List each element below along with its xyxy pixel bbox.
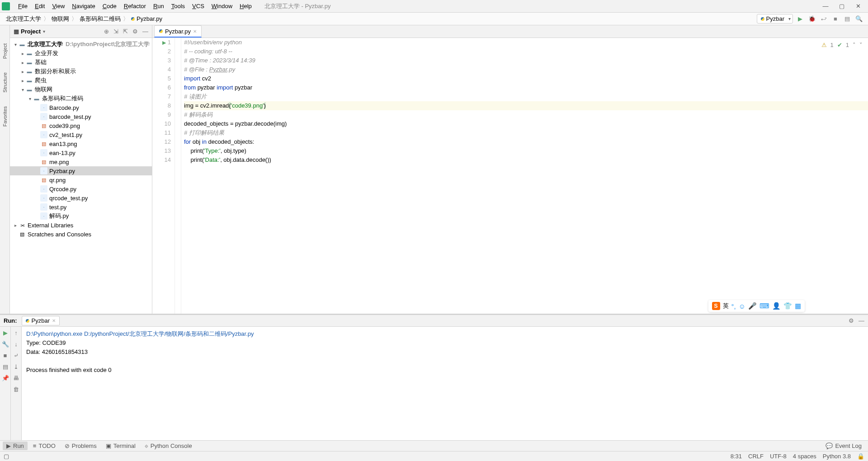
stop-icon[interactable]: ■ bbox=[831, 14, 840, 24]
tree-row[interactable]: ▸⫘External Libraries bbox=[10, 221, 152, 230]
tree-row[interactable]: ▾▬物联网 bbox=[10, 85, 152, 94]
tree-row[interactable]: ▧ean13.png bbox=[10, 139, 152, 148]
menu-view[interactable]: View bbox=[48, 3, 68, 9]
tree-row[interactable]: ·Pyzbar.py bbox=[10, 166, 152, 175]
code-line[interactable]: #!/user/bin/env python bbox=[184, 38, 868, 47]
caret-position[interactable]: 8:31 bbox=[731, 453, 742, 460]
menu-edit[interactable]: Edit bbox=[31, 3, 48, 9]
tree-row[interactable]: ·qrcode_test.py bbox=[10, 193, 152, 202]
hide-icon[interactable]: — bbox=[859, 317, 864, 324]
menu-window[interactable]: Window bbox=[208, 3, 236, 9]
chevron-down-icon[interactable]: ˅ bbox=[859, 41, 863, 50]
menu-code[interactable]: Code bbox=[99, 3, 120, 9]
code-line[interactable]: # 打印解码结果 bbox=[184, 128, 868, 137]
event-log-button[interactable]: 💬 Event Log bbox=[822, 442, 865, 450]
tree-row[interactable]: ▸▬企业开发 bbox=[10, 49, 152, 58]
run-config-select[interactable]: Pyzbar bbox=[757, 14, 793, 24]
menu-tools[interactable]: Tools bbox=[168, 3, 189, 9]
structure-icon[interactable]: ▤ bbox=[843, 14, 852, 24]
ime-lang-label[interactable]: 英 bbox=[723, 302, 729, 310]
menu-help[interactable]: Help bbox=[236, 3, 255, 9]
run-tab-pyzbar[interactable]: Pyzbar ✕ bbox=[22, 316, 60, 325]
chevron-up-icon[interactable]: ˄ bbox=[853, 41, 856, 50]
expand-icon[interactable]: ⇲ bbox=[113, 28, 118, 35]
code-line[interactable]: # @Time : 2023/3/14 14:39 bbox=[184, 56, 868, 65]
tree-row[interactable]: ▧me.png bbox=[10, 157, 152, 166]
tool-button-run[interactable]: ▶Run bbox=[3, 442, 28, 450]
close-icon[interactable]: ✕ bbox=[850, 0, 866, 13]
search-icon[interactable]: 🔍 bbox=[854, 14, 863, 24]
menu-file[interactable]: File bbox=[14, 3, 31, 9]
debug-icon[interactable]: 🐞 bbox=[807, 14, 816, 24]
line-separator[interactable]: CRLF bbox=[748, 453, 764, 460]
locate-icon[interactable]: ⊕ bbox=[104, 28, 109, 35]
code-line[interactable]: print('Data:', obj.data.decode()) bbox=[184, 155, 868, 165]
ime-mic-icon[interactable]: 🎤 bbox=[748, 302, 757, 310]
code-line[interactable]: img = cv2.imread('code39.png') bbox=[184, 101, 868, 110]
tool-button-problems[interactable]: ⊘Problems bbox=[61, 442, 100, 450]
coverage-icon[interactable]: ⮐ bbox=[819, 14, 828, 24]
code-line[interactable]: decoded_objects = pyzbar.decode(img) bbox=[184, 119, 868, 128]
maximize-icon[interactable]: ▢ bbox=[834, 0, 850, 13]
gutter-project[interactable]: Project bbox=[2, 43, 8, 59]
softwrap-icon[interactable]: ⤶ bbox=[14, 352, 19, 359]
hide-icon[interactable]: — bbox=[142, 28, 148, 35]
code-line[interactable]: import cv2 bbox=[184, 74, 868, 83]
tool-button-todo[interactable]: ≡TODO bbox=[29, 442, 59, 450]
project-panel-title[interactable]: Project bbox=[21, 28, 41, 35]
ime-emoji-icon[interactable]: ☺ bbox=[739, 302, 745, 310]
menu-vcs[interactable]: VCS bbox=[189, 3, 208, 9]
sogou-icon[interactable]: S bbox=[712, 302, 720, 310]
ime-shirt-icon[interactable]: 👕 bbox=[783, 302, 792, 310]
print-icon[interactable]: 🖶 bbox=[13, 375, 19, 381]
collapse-icon[interactable]: ⇱ bbox=[123, 28, 128, 35]
tree-row[interactable]: ·Qrcode.py bbox=[10, 184, 152, 193]
gutter-structure[interactable]: Structure bbox=[2, 72, 8, 93]
breadcrumb-item[interactable]: 条形码和二维码 bbox=[78, 15, 122, 23]
code-line[interactable]: from pyzbar import pyzbar bbox=[184, 83, 868, 92]
wrench-icon[interactable]: 🔧 bbox=[2, 341, 9, 348]
gutter-favorites[interactable]: Favorites bbox=[2, 106, 8, 127]
show-tool-windows-icon[interactable]: ▢ bbox=[4, 453, 9, 460]
breadcrumb-item[interactable]: Pyzbar.py bbox=[130, 15, 164, 22]
python-interpreter[interactable]: Python 3.8 bbox=[823, 453, 851, 460]
menu-refactor[interactable]: Refactor bbox=[120, 3, 150, 9]
code-line[interactable]: # -- coding: utf-8 -- bbox=[184, 47, 868, 56]
breadcrumb-item[interactable]: 物联网 bbox=[50, 15, 71, 23]
tool-button-terminal[interactable]: ▣Terminal bbox=[102, 442, 139, 450]
tree-row[interactable]: ·cv2_test1.py bbox=[10, 130, 152, 139]
tree-row[interactable]: ▧qr.png bbox=[10, 175, 152, 184]
chevron-down-icon[interactable]: ▾ bbox=[43, 29, 45, 34]
ime-toolbar[interactable]: S 英 °, ☺ 🎤 ⌨ 👤 👕 ▦ bbox=[708, 300, 805, 312]
tree-row[interactable]: ·Barcode.py bbox=[10, 103, 152, 112]
code-line[interactable]: # 解码条码 bbox=[184, 110, 868, 119]
ime-punct-icon[interactable]: °, bbox=[731, 302, 736, 310]
tree-row[interactable]: ·test.py bbox=[10, 202, 152, 212]
tool-button-python-console[interactable]: ⟐Python Console bbox=[141, 442, 196, 450]
tree-row[interactable]: ▸▬数据分析和展示 bbox=[10, 67, 152, 76]
file-encoding[interactable]: UTF-8 bbox=[770, 453, 787, 460]
run-icon[interactable]: ▶ bbox=[796, 14, 805, 24]
code-line[interactable]: print('Type:', obj.type) bbox=[184, 146, 868, 155]
ime-grid-icon[interactable]: ▦ bbox=[795, 302, 801, 310]
layout-icon[interactable]: ▤ bbox=[3, 363, 8, 370]
tree-row[interactable]: ·解码.py bbox=[10, 212, 152, 221]
stop-icon[interactable]: ■ bbox=[4, 352, 7, 359]
tree-row[interactable]: ▸▬基础 bbox=[10, 58, 152, 67]
menu-run[interactable]: Run bbox=[150, 3, 168, 9]
inspection-widget[interactable]: ⚠1 ✔1 ˄ ˅ bbox=[821, 41, 863, 50]
tree-row[interactable]: ▸▬爬虫 bbox=[10, 76, 152, 85]
ime-keyboard-icon[interactable]: ⌨ bbox=[760, 302, 769, 310]
scroll-icon[interactable]: ⤓ bbox=[14, 363, 19, 370]
up-icon[interactable]: ↑ bbox=[14, 329, 18, 336]
ime-person-icon[interactable]: 👤 bbox=[772, 302, 781, 310]
rerun-icon[interactable]: ▶ bbox=[3, 329, 8, 336]
code-editor[interactable]: ▶ 1234567891011121314 #!/user/bin/env py… bbox=[152, 38, 868, 314]
lock-icon[interactable]: 🔒 bbox=[857, 453, 864, 460]
menu-navigate[interactable]: Navigate bbox=[68, 3, 99, 9]
tree-row[interactable]: ▧code39.png bbox=[10, 121, 152, 130]
code-line[interactable]: # @File : Pyzbar.py bbox=[184, 65, 868, 74]
tree-row[interactable]: ▾▬北京理工大学D:\pythonProject\北京理工大学 bbox=[10, 40, 152, 49]
tree-row[interactable]: ·ean-13.py bbox=[10, 148, 152, 157]
tab-close-icon[interactable]: ✕ bbox=[52, 318, 56, 323]
